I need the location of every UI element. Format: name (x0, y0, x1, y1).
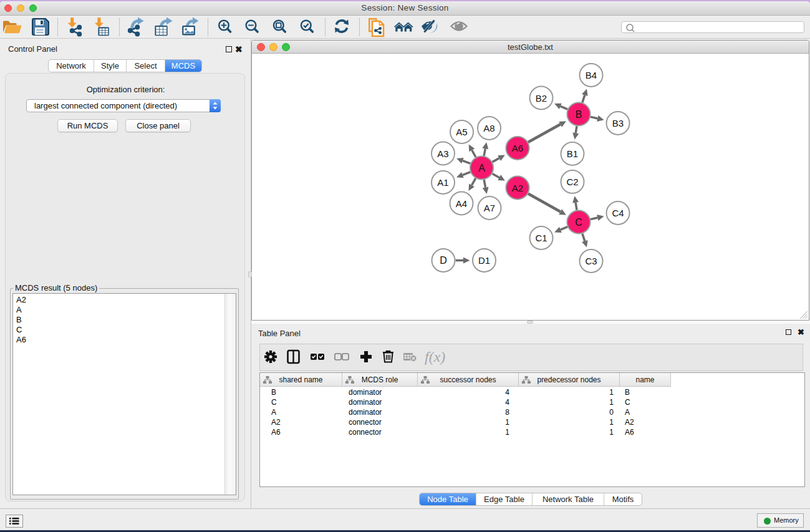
svg-text:A2: A2 (511, 183, 523, 193)
svg-text:C3: C3 (585, 256, 597, 266)
svg-text:B2: B2 (535, 93, 546, 104)
svg-text:A1: A1 (437, 177, 448, 188)
svg-text:B3: B3 (612, 118, 623, 128)
svg-text:B1: B1 (566, 148, 577, 159)
svg-text:C: C (575, 217, 582, 228)
svg-text:D: D (440, 255, 447, 266)
svg-text:C2: C2 (566, 177, 578, 187)
svg-text:A6: A6 (511, 143, 523, 153)
svg-text:A4: A4 (455, 198, 466, 209)
svg-text:A7: A7 (483, 203, 494, 213)
svg-text:A3: A3 (437, 148, 448, 159)
svg-text:B4: B4 (585, 70, 596, 80)
svg-text:A5: A5 (456, 127, 467, 137)
svg-text:f(x): f(x) (425, 349, 445, 365)
svg-text:C1: C1 (535, 233, 547, 243)
svg-text:C4: C4 (612, 208, 624, 218)
svg-text:B: B (575, 109, 582, 120)
svg-text:D1: D1 (478, 255, 489, 266)
svg-text:A8: A8 (483, 123, 494, 133)
svg-text:A: A (478, 163, 485, 173)
